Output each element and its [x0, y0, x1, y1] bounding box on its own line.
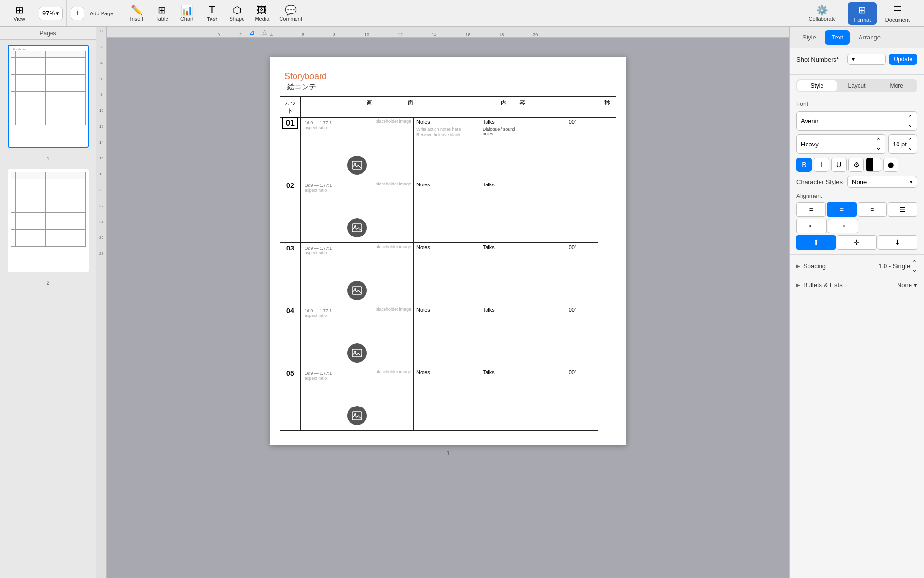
tab-arrange[interactable]: Arrange [852, 30, 887, 45]
notes-label: Notes [416, 119, 477, 125]
table-row: 05 16:9 — 1.77:1aspect ratio placeholder… [280, 368, 616, 431]
format-button[interactable]: ⊞ Format [848, 2, 877, 25]
bullets-chevron-icon: ▾ [914, 281, 917, 289]
storyboard-table-body: 01 16:9 — 1.77:1aspect ratio placeholder… [280, 118, 616, 431]
text-button[interactable]: T Text [200, 3, 223, 24]
notes-hint2: Remove to leave blank [416, 132, 477, 137]
inner-tab-style[interactable]: Style [797, 80, 837, 91]
chart-button[interactable]: 📊 Chart [175, 3, 198, 24]
align-right-button[interactable]: ≡ [858, 202, 887, 217]
inner-tab-layout[interactable]: Layout [837, 80, 877, 91]
char-styles-select[interactable]: None ▾ [847, 176, 917, 188]
col-header-visual: 画 面 [300, 97, 480, 118]
text-options-button[interactable]: ⚙ [848, 158, 864, 172]
tab-text[interactable]: Text [825, 30, 850, 45]
insert-icon: ✏️ [131, 5, 143, 15]
alignment-h-row: ≡ ≡ ≡ ☰ [796, 202, 917, 217]
collaborate-button[interactable]: ⚙️ Collaborate [805, 3, 840, 24]
row-03-talks: Talks [480, 243, 546, 305]
row-01-visual: 16:9 — 1.77:1aspect ratio placeholder im… [300, 118, 413, 180]
spacing-value: 1.0 - Single [878, 263, 910, 270]
view-button[interactable]: ⊞ View [8, 3, 31, 24]
shape-button[interactable]: ⬡ Shape [225, 3, 248, 24]
spacing-chevron-icon: ⌃⌄ [912, 259, 917, 273]
toolbar-divider [844, 5, 844, 22]
ruler-mark-8: 8 [100, 92, 102, 97]
zoom-control[interactable]: 97% ▾ [39, 7, 63, 20]
ruler-tick-18: 18 [499, 32, 504, 37]
color-swatch[interactable] [866, 158, 881, 172]
align-middle-icon: ✛ [854, 238, 860, 246]
col-header-talks [546, 97, 598, 118]
update-button[interactable]: Update [889, 54, 917, 65]
notes-label: Notes [416, 369, 477, 375]
row-01-num-badge: 01 [282, 117, 298, 129]
col-header-visual-2: 面 [408, 99, 413, 106]
inner-tabs: Style Layout More [796, 79, 917, 92]
font-weight-select[interactable]: Heavy ⌃⌄ [796, 134, 886, 154]
page-thumb-2[interactable] [8, 169, 89, 272]
row-05-sec: 00' [546, 368, 598, 431]
font-size-stepper-icon: ⌃⌄ [908, 137, 913, 151]
align-justify-icon: ☰ [899, 206, 906, 213]
indent-increase-button[interactable]: ⇥ [828, 219, 858, 233]
row-05-cut: 05 [280, 368, 301, 431]
font-name-value: Avenir [801, 118, 819, 125]
spacing-label: Spacing [803, 263, 826, 270]
comment-button[interactable]: 💬 Comment [275, 3, 306, 24]
font-weight-value: Heavy [801, 141, 819, 148]
table-row: 02 16:9 — 1.77:1aspect ratio placeholder… [280, 180, 616, 243]
font-name-select[interactable]: Avenir ⌃⌄ [796, 111, 917, 131]
toolbar-right-group: ⚙️ Collaborate ⊞ Format ☰ Document [805, 2, 920, 25]
pages-title: Pages [39, 30, 56, 37]
align-center-button[interactable]: ≡ [827, 202, 856, 217]
row-03-visual: 16:9 — 1.77:1aspect ratio placeholder im… [300, 243, 413, 305]
char-styles-value: None [852, 178, 867, 185]
insert-button[interactable]: ✏️ Insert [125, 3, 148, 24]
alignment-label: Alignment [796, 193, 917, 199]
alignment-section: Alignment ≡ ≡ ≡ ☰ ⇤ [790, 190, 924, 254]
bold-button[interactable]: B [796, 158, 812, 172]
tab-style[interactable]: Style [796, 30, 823, 45]
table-label: Table [155, 16, 168, 22]
alignment-v-row: ⬆ ✛ ⬇ [796, 235, 917, 250]
canvas-scroll[interactable]: 0 2 4 6 8 10 12 14 16 18 20 ⊿ △ [107, 27, 789, 578]
talks-label: Talks [483, 244, 544, 250]
align-left-button[interactable]: ≡ [796, 202, 826, 217]
row-02-visual: 16:9 — 1.77:1aspect ratio placeholder im… [300, 180, 413, 243]
underline-button[interactable]: U [831, 158, 847, 172]
add-page-button[interactable]: + [71, 7, 84, 20]
align-middle-button[interactable]: ✛ [837, 235, 876, 250]
italic-button[interactable]: I [814, 158, 829, 172]
bullets-value-container: None ▾ [897, 281, 917, 289]
bullets-row[interactable]: ▶ Bullets & Lists None ▾ [790, 277, 924, 292]
font-weight-row: Heavy ⌃⌄ 10 pt ⌃⌄ [790, 132, 924, 156]
indent-decrease-button[interactable]: ⇤ [796, 219, 827, 233]
insert-label: Insert [130, 16, 144, 22]
zoom-chevron-icon: ▾ [56, 10, 59, 17]
table-button[interactable]: ⊞ Table [150, 3, 173, 24]
row-04-cut: 04 [280, 305, 301, 368]
align-bottom-button[interactable]: ⬇ [878, 235, 917, 250]
row-03-sec: 00' [546, 243, 598, 305]
right-panel-tabs: Style Text Arrange [796, 27, 887, 48]
shot-numbers-section: Shot Numbers* ▾ Update [790, 48, 924, 75]
inner-tab-more[interactable]: More [877, 80, 916, 91]
align-justify-button[interactable]: ☰ [888, 202, 917, 217]
page-thumb-1[interactable]: Storyboard [8, 45, 89, 148]
ruler-tick-20: 20 [533, 32, 538, 37]
color-picker-button[interactable]: ⬤ [883, 158, 898, 172]
ruler-mark-24: 24 [99, 220, 103, 224]
add-page-label-button[interactable]: Add Page [86, 3, 117, 24]
row-05-notes: Notes [414, 368, 480, 431]
shot-numbers-dropdown[interactable]: ▾ [847, 54, 886, 65]
col-header-visual-1: 画 [367, 99, 372, 106]
document-button[interactable]: ☰ Document [881, 2, 914, 25]
media-button[interactable]: 🖼 Media [250, 3, 273, 24]
align-top-button[interactable]: ⬆ [796, 235, 836, 250]
media-icon: 🖼 [257, 5, 267, 15]
font-size-input[interactable]: 10 pt ⌃⌄ [888, 134, 917, 154]
spacing-row[interactable]: ▶ Spacing 1.0 - Single ⌃⌄ [790, 254, 924, 277]
bullets-value: None [897, 281, 912, 289]
shot-numbers-row: Shot Numbers* ▾ Update [796, 54, 917, 65]
